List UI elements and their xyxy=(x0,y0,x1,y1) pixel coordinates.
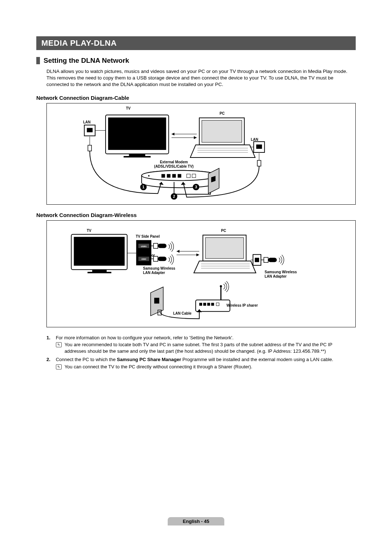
note-1-number: 1. xyxy=(46,335,54,341)
note-2-bold: Samsung PC Share Manager xyxy=(117,357,181,362)
note-2-sub: ✎ You can connect the TV to the PC direc… xyxy=(56,364,355,370)
svg-rect-43 xyxy=(92,270,107,272)
svg-rect-70 xyxy=(199,303,202,306)
note-2-number: 2. xyxy=(46,356,54,363)
svg-rect-42 xyxy=(74,237,124,265)
tv-side-panel-label: TV Side Panel xyxy=(133,234,162,239)
note-2-text: Connect the PC to which the Samsung PC S… xyxy=(56,357,333,362)
svg-rect-5 xyxy=(87,128,93,132)
svg-rect-60 xyxy=(255,258,259,262)
wa-pc-l1: Samsung Wireless xyxy=(265,270,301,274)
subheading-wireless: Network Connection Diagram-Wireless xyxy=(36,212,356,218)
modem-label: External Modem (ADSL/VDSL/Cable TV) xyxy=(148,160,199,169)
note-2-sub-text: You can connect the TV to the PC directl… xyxy=(65,364,252,370)
or-label: or xyxy=(151,253,155,258)
svg-point-30 xyxy=(148,175,150,176)
svg-rect-16 xyxy=(257,160,261,166)
note-2: 2. Connect the PC to which the Samsung P… xyxy=(46,356,356,370)
svg-rect-53 xyxy=(158,257,167,261)
diagram-cable: TV PC LAN LAN External Modem (ADSL/VDSL/… xyxy=(46,103,356,205)
usb2-port-label: USB2 xyxy=(141,258,146,260)
section-heading-text: Setting the DLNA Network xyxy=(44,57,129,65)
wireless-adapter-pc: Samsung Wireless LAN Adapter xyxy=(265,270,301,279)
svg-rect-55 xyxy=(205,237,244,258)
note-1-sub-text: You are recommended to locate both TV an… xyxy=(65,341,355,354)
wireless-ip-sharer-label: Wireless IP sharer xyxy=(226,303,263,308)
svg-rect-1 xyxy=(108,117,166,150)
subheading-cable: Network Connection Diagram-Cable xyxy=(36,95,356,101)
svg-rect-25 xyxy=(167,174,171,177)
section-heading: Setting the DLNA Network xyxy=(36,57,356,65)
wa-tv-l2: LAN Adapter xyxy=(143,271,179,275)
svg-rect-49 xyxy=(154,243,158,248)
wireless-adapter-tv: Samsung Wireless LAN Adapter xyxy=(143,266,179,275)
note-1-text: For more information on how to configure… xyxy=(56,335,234,340)
svg-rect-26 xyxy=(172,174,176,177)
svg-rect-50 xyxy=(158,244,167,248)
pc-label-w: PC xyxy=(221,229,226,233)
page-number: English - 45 xyxy=(168,517,225,525)
chapter-title: MEDIA PLAY-DLNA xyxy=(36,36,356,50)
wa-tv-l1: Samsung Wireless xyxy=(143,266,179,271)
lan-label-pc: LAN xyxy=(251,138,258,142)
svg-rect-44 xyxy=(87,272,111,273)
svg-rect-71 xyxy=(203,303,206,306)
lan-label-tv: LAN xyxy=(83,120,91,124)
note-1-sub: ✎ You are recommended to locate both TV … xyxy=(56,341,355,354)
svg-marker-21 xyxy=(194,136,197,139)
svg-rect-27 xyxy=(177,174,181,177)
svg-text:1: 1 xyxy=(142,185,144,189)
wa-pc-l2: LAN Adapter xyxy=(265,274,301,279)
intro-paragraph: DLNA allows you to watch pictures, music… xyxy=(46,68,356,88)
svg-point-76 xyxy=(220,285,222,287)
page-footer: English - 45 xyxy=(0,517,392,525)
svg-text:2: 2 xyxy=(173,194,175,199)
notes-list: 1. For more information on how to config… xyxy=(46,335,356,370)
svg-rect-14 xyxy=(256,144,262,149)
svg-rect-2 xyxy=(129,154,145,156)
svg-rect-7 xyxy=(88,145,91,151)
lan-cable-label: LAN Cable xyxy=(173,311,192,316)
svg-text:3: 3 xyxy=(195,185,197,189)
tv-label: TV xyxy=(126,106,131,111)
svg-rect-3 xyxy=(124,156,151,158)
svg-rect-62 xyxy=(264,257,268,262)
modem-label-l2: (ADSL/VDSL/Cable TV) xyxy=(148,164,199,169)
svg-rect-9 xyxy=(202,120,242,142)
svg-rect-63 xyxy=(268,258,277,262)
modem-label-l1: External Modem xyxy=(148,160,199,164)
section-accent-bar xyxy=(36,57,40,64)
svg-rect-77 xyxy=(154,298,159,303)
svg-rect-72 xyxy=(207,303,210,306)
svg-marker-19 xyxy=(172,132,175,135)
pc-label: PC xyxy=(220,111,225,116)
usb1-port-label: USB1 xyxy=(141,245,147,247)
note-1: 1. For more information on how to config… xyxy=(46,335,356,355)
note-2-post: Programme will be installed and the exte… xyxy=(181,357,333,362)
tv-label-w: TV xyxy=(87,229,91,233)
diagram-wireless: TV PC TV Side Panel or Samsung Wireless … xyxy=(46,220,356,327)
svg-marker-68 xyxy=(196,253,199,256)
svg-rect-24 xyxy=(162,174,165,177)
note-icon: ✎ xyxy=(56,342,62,347)
svg-rect-69 xyxy=(196,300,230,311)
note-2-pre: Connect the PC to which the xyxy=(56,357,117,362)
note-icon: ✎ xyxy=(56,364,62,369)
svg-rect-73 xyxy=(211,303,214,306)
svg-marker-66 xyxy=(176,250,179,253)
